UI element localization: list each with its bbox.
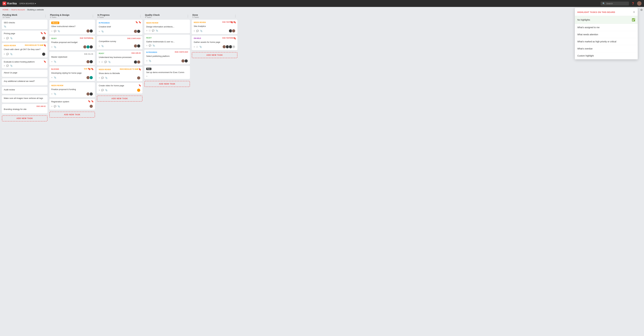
card-finalize-proposal-budget[interactable]: ★ READY DUE YESTERDAY Finalize proposal … xyxy=(49,36,95,50)
column-header-pending-work: Pending Work 10 Tasks ⋮ xyxy=(2,13,48,20)
attach-icon: 📎 xyxy=(10,65,12,67)
status-badge: BLOCKED xyxy=(51,68,60,70)
attach-icon: 📎 xyxy=(101,30,104,33)
highlight-close-button[interactable]: ✕ xyxy=(633,11,635,14)
highlight-item-needs-attention[interactable]: What needs attention xyxy=(575,31,638,38)
col-count-in-progress: 5 Tasks xyxy=(98,16,110,19)
col-body-done: 🔖 🔖 NEEDS REVIEW DUE YESTERDAY Site Anal… xyxy=(192,20,238,333)
flag-green: 🔖 xyxy=(88,100,90,102)
card-gather-assets[interactable]: 🔖 ON HOLD DUE YESTERDAY Gather assets fo… xyxy=(192,36,238,50)
col-menu-pending-work[interactable]: ⋮ xyxy=(44,14,47,18)
card-design-info-arch[interactable]: NEEDS REVIEW Design information architec… xyxy=(144,20,190,33)
card-seo-checks[interactable]: SEO checks 📎 xyxy=(2,20,48,29)
due-label: DUE JAN 02 xyxy=(36,105,46,107)
user-avatar[interactable] xyxy=(637,1,642,6)
card-competitive-survey[interactable]: DUE 2 DAYS AGO Competitive survey ≡ 📎 xyxy=(97,36,142,49)
card-additional-collateral[interactable]: Any additional collateral we need? xyxy=(2,78,48,85)
breadcrumb: HOME › Arun's Account › Building a websi… xyxy=(0,7,644,13)
highlight-item-no-highlights[interactable]: No highlights ✅ xyxy=(575,16,638,24)
check-icon: ☑ xyxy=(196,46,198,48)
logo-text: Kerika xyxy=(7,2,17,5)
card-check-client[interactable]: ★ 🔖 NEEDS REVIEW RESCHEDULED TO MAR 17 C… xyxy=(2,43,48,58)
col-menu-quality[interactable]: ⋮ xyxy=(186,14,189,18)
list-icon: ≡ xyxy=(99,61,100,63)
avatar xyxy=(137,88,140,92)
search-box[interactable]: 🔍 Search xyxy=(600,2,629,6)
attach-icon: 📎 xyxy=(200,30,202,32)
check-icon: ☑ xyxy=(101,61,103,63)
card-understand-business[interactable]: READY DUE JUN 29 Understand key business… xyxy=(97,51,142,65)
chat-icon: 💬 xyxy=(54,105,56,108)
avatar xyxy=(184,59,188,63)
column-header-in-progress: In Progress 5 Tasks ⋮ xyxy=(97,13,142,20)
avatar xyxy=(89,60,93,64)
help-button[interactable]: ❓ xyxy=(632,2,634,5)
card-about-us[interactable]: About Us page xyxy=(2,70,48,77)
add-task-button-in-progress[interactable]: ADD NEW TASK xyxy=(97,96,142,102)
card-branding-strategy[interactable]: DUE JAN 02 Branding strategy for site xyxy=(2,104,48,113)
add-task-button-pending[interactable]: ADD NEW TASK xyxy=(2,115,48,121)
chat-icon: 💬 xyxy=(6,65,9,67)
add-task-button-done[interactable]: ADD NEW TASK xyxy=(192,52,238,58)
col-menu-in-progress[interactable]: ⋮ xyxy=(139,14,142,18)
card-pricing-page[interactable]: 🔖 🔖 Pricing page ≡ 💬 📎 xyxy=(2,31,48,42)
list-icon: ≡ xyxy=(51,60,52,63)
logo[interactable]: Kerika xyxy=(2,2,17,5)
col-body-quality: NEEDS REVIEW Design information architec… xyxy=(144,20,190,333)
due-label: DUE JUL 05 xyxy=(84,53,93,55)
flag-green: 🔖 xyxy=(91,68,94,70)
column-header-planning-design: Planning & Design 6 Tasks ⋮ xyxy=(49,13,95,20)
card-audit-review[interactable]: Audit review xyxy=(2,87,48,94)
attach-icon: 📎 xyxy=(101,45,104,47)
add-task-button-quality[interactable]: ADD NEW TASK xyxy=(144,81,190,87)
breadcrumb-home[interactable]: HOME xyxy=(2,9,9,11)
flag-green: 🔖 xyxy=(44,32,46,34)
card-show-demo-michelle[interactable]: ★ 🔖 NEEDS REVIEW RESCHEDULED TO MAR 15 S… xyxy=(97,67,142,81)
list-icon: ≡ xyxy=(51,30,52,32)
card-gather-testimonials[interactable]: READY Gather testimonials & user su... ≡… xyxy=(144,35,190,48)
chat-icon: 💬 xyxy=(101,77,104,79)
col-title-planning: Planning & Design xyxy=(50,14,70,16)
add-task-button-planning[interactable]: ADD NEW TASK xyxy=(49,112,95,118)
chat-icon: 💬 xyxy=(104,61,107,63)
card-master-stylesheet[interactable]: DUE JUL 05 Master stylesheet ≡ 📎 xyxy=(49,52,95,65)
list-icon: ≡ xyxy=(146,75,148,77)
col-body-pending-work: SEO checks 📎 🔖 🔖 Pricing page ≡ 💬 xyxy=(2,20,48,333)
column-planning-design: Planning & Design 6 Tasks ⋮ Moved Other … xyxy=(49,13,95,333)
highlight-item-custom[interactable]: Custom highlight xyxy=(575,52,638,59)
status-badge: NEEDS REVIEW xyxy=(99,68,112,71)
col-menu-planning[interactable]: ⋮ xyxy=(92,14,94,18)
highlight-item-high-priority[interactable]: What's marked as high priority or critic… xyxy=(575,38,638,45)
column-header-done: Done 5 Tasks ⋮ xyxy=(192,13,238,20)
card-developing-styling[interactable]: 🔖 🔖 BLOCKED DUE TODAY Developing styling… xyxy=(49,66,95,81)
highlight-item-overdue[interactable]: What's overdue xyxy=(575,45,638,52)
attach-icon: 📎 xyxy=(108,61,111,63)
card-creative-brief[interactable]: 🔖 🔖 IN PROGRESS Creative brief ≡ 📎 xyxy=(97,20,142,35)
status-badge: NEEDS REVIEW xyxy=(51,84,64,87)
flag-red: 🔖 xyxy=(138,21,141,24)
highlight-item-assigned-to-me[interactable]: What's assigned to me xyxy=(575,24,638,31)
list-icon: ≡ xyxy=(4,65,5,67)
chat-icon: 💬 xyxy=(149,44,151,47)
status-badge: NEEDS REVIEW xyxy=(4,44,17,47)
new-badge: New xyxy=(146,68,152,70)
open-boards-button[interactable]: OPEN BOARDS ▾ xyxy=(19,2,36,5)
card-select-publishing[interactable]: IN PROGRESS DUE 3 DAYS AGO Select publis… xyxy=(144,50,190,64)
chat-icon: 💬 xyxy=(54,30,56,32)
avatar xyxy=(137,60,140,64)
settings-gear-button[interactable]: ⚙ xyxy=(640,8,643,12)
card-site-analytics[interactable]: 🔖 🔖 NEEDS REVIEW DUE YESTERDAY Site Anal… xyxy=(192,20,238,34)
card-create-video[interactable]: 🔖 Create video for home page ≡ 💬 📎 xyxy=(97,83,142,94)
card-finalize-funding[interactable]: NEEDS REVIEW Finalize proposal & funding… xyxy=(49,82,95,97)
col-title-in-progress: In Progress xyxy=(98,14,110,16)
card-evaluate-hosting[interactable]: 🔖 Evaluate & select hosting platform ≡ 💬… xyxy=(2,59,48,69)
card-registration-system[interactable]: 🔖 🔖 Registration system ≡ 💬 📎 xyxy=(49,99,95,110)
breadcrumb-account[interactable]: Arun's Account xyxy=(11,9,25,11)
card-setup-demo-env[interactable]: New Set up demo environment for Exec Com… xyxy=(144,66,190,79)
col-menu-done[interactable]: ⋮ xyxy=(234,14,237,18)
card-alt-tags[interactable]: Make sure all images have verbose alt ta… xyxy=(2,95,48,102)
chat-icon: 💬 xyxy=(6,53,9,55)
logo-icon xyxy=(2,2,6,5)
card-instructional-videos[interactable]: Moved Other instructional videos? ≡ 💬 📎 xyxy=(49,20,95,35)
flag-red: 🔖 xyxy=(44,60,46,63)
